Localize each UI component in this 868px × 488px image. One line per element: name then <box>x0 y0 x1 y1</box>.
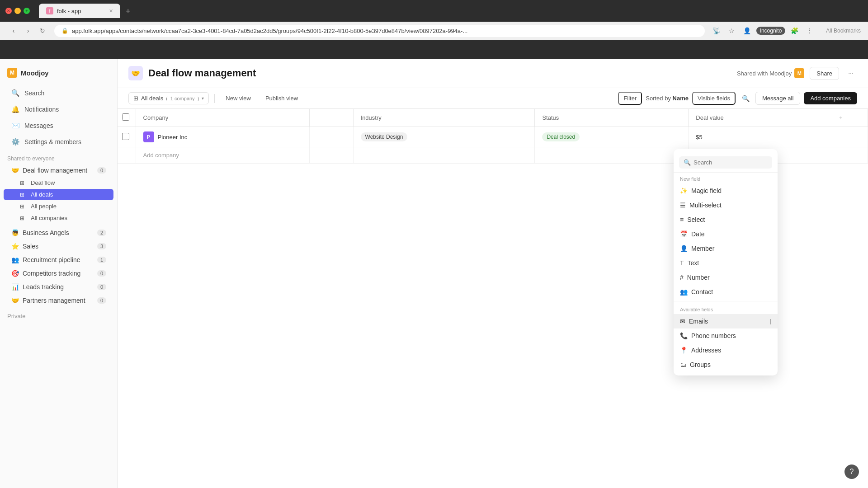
table-row: P Pioneer Inc Website Design Deal closed… <box>118 127 868 147</box>
group-badge-deal-flow-management: 0 <box>97 167 106 174</box>
add-companies-btn[interactable]: Add companies <box>804 92 857 104</box>
group-badge-business-angels: 2 <box>97 230 106 236</box>
group-item-deal-flow-management[interactable]: 🤝 Deal flow management 0 <box>4 164 113 177</box>
dropdown-item-number[interactable]: # Number <box>674 270 778 285</box>
view-grid-icon: ⊞ <box>133 95 138 102</box>
dropdown-item-contact[interactable]: 👥 Contact <box>674 285 778 299</box>
row-checkbox[interactable] <box>122 133 129 140</box>
th-company: Company <box>136 109 309 127</box>
dropdown-label-emails: Emails <box>689 318 708 325</box>
dropdown-label-addresses: Addresses <box>691 347 721 354</box>
reload-btn[interactable]: ↻ <box>36 24 49 37</box>
group-label-partners-management: Partners management <box>23 297 85 304</box>
group-item-partners-management[interactable]: 🤝 Partners management 0 <box>4 294 113 307</box>
shared-badge: Shared with Moodjoy M <box>737 68 804 78</box>
add-row-label[interactable]: Add company <box>136 147 309 164</box>
active-tab[interactable]: f folk - app ✕ <box>39 4 120 18</box>
star-icon: ⭐ <box>11 243 19 250</box>
nav-controls: ‹ › ↻ <box>7 24 49 37</box>
group-item-competitors-tracking[interactable]: 🎯 Competitors tracking 0 <box>4 267 113 280</box>
dropdown-search-input[interactable] <box>693 159 768 166</box>
mail-icon: ✉️ <box>11 122 20 130</box>
add-column-btn[interactable]: + <box>814 109 868 127</box>
sidebar-item-all-deals[interactable]: ⊞ All deals <box>4 189 113 200</box>
partners-icon: 🤝 <box>11 297 19 304</box>
url-bar[interactable]: 🔒 app.folk.app/apps/contacts/network/cca… <box>54 25 705 37</box>
message-all-btn[interactable]: Message all <box>755 92 800 105</box>
dropdown-item-member[interactable]: 👤 Member <box>674 241 778 256</box>
th-checkbox <box>118 109 136 127</box>
group-item-leads-tracking[interactable]: 📊 Leads tracking 0 <box>4 281 113 293</box>
new-tab-btn[interactable]: + <box>122 5 134 18</box>
filter-btn[interactable]: Filter <box>618 92 642 105</box>
app-logo: M <box>7 68 17 78</box>
group-item-recruitment-pipeline[interactable]: 👥 Recruitment pipeline 1 <box>4 253 113 266</box>
dropdown-item-magic-field[interactable]: ✨ Magic field <box>674 183 778 198</box>
tab-close-btn[interactable]: ✕ <box>109 8 113 14</box>
dropdown-item-multi-select[interactable]: ☰ Multi-select <box>674 198 778 212</box>
view-count: ( <box>166 96 168 101</box>
chart-icon: 📊 <box>11 283 19 291</box>
dropdown-item-select[interactable]: ≡ Select <box>674 212 778 227</box>
dropdown-item-date[interactable]: 📅 Date <box>674 227 778 241</box>
new-view-btn[interactable]: New view <box>220 93 256 104</box>
bookmarks-label: All Bookmarks <box>826 28 861 34</box>
search-icon: 🔍 <box>11 89 20 97</box>
toolbar-divider-1 <box>214 94 215 103</box>
cursor-indicator: | <box>770 318 771 324</box>
group-label-leads-tracking: Leads tracking <box>23 283 64 291</box>
grid-icon-3: ⊞ <box>20 203 27 210</box>
page-icon: 🤝 <box>128 66 143 80</box>
search-inner: 🔍 <box>679 156 772 169</box>
publish-view-btn[interactable]: Publish view <box>260 93 303 104</box>
more-options-icon[interactable]: ··· <box>844 67 857 80</box>
search-toggle-btn[interactable]: 🔍 <box>739 92 752 105</box>
sidebar-item-notifications[interactable]: 🔔 Notifications <box>4 102 113 117</box>
row-company-cell: P Pioneer Inc <box>136 127 309 147</box>
dropdown-item-text[interactable]: T Text <box>674 256 778 270</box>
share-button[interactable]: Share <box>810 67 839 80</box>
browser-actions: 📡 ☆ 👤 Incognito 🧩 ⋮ All Bookmarks <box>710 24 861 37</box>
text-icon: T <box>680 259 684 267</box>
row-status-cell: Deal closed <box>535 127 689 147</box>
dropdown-search-area: 🔍 <box>674 153 778 173</box>
group-item-business-angels[interactable]: 👼 Business Angels 2 <box>4 226 113 239</box>
more-options-btn[interactable]: ⋮ <box>803 24 816 37</box>
bookmark-btn[interactable]: ☆ <box>726 24 738 37</box>
sidebar-item-messages[interactable]: ✉️ Messages <box>4 118 113 133</box>
visible-fields-btn[interactable]: Visible fields <box>692 92 736 105</box>
dropdown-divider <box>674 301 778 301</box>
extensions-btn[interactable]: 🧩 <box>788 24 801 37</box>
dropdown-item-addresses[interactable]: 📍 Addresses <box>674 343 778 357</box>
group-item-sales[interactable]: ⭐ Sales 3 <box>4 240 113 253</box>
window-close-btn[interactable]: ✕ <box>5 8 12 14</box>
company-name[interactable]: Pioneer Inc <box>158 134 188 141</box>
available-fields-section-label: Available fields <box>674 303 778 314</box>
sidebar-item-all-people[interactable]: ⊞ All people <box>4 201 113 212</box>
dropdown-label-number: Number <box>687 274 710 281</box>
profile-btn[interactable]: 👤 <box>741 24 754 37</box>
select-all-checkbox[interactable] <box>122 113 129 121</box>
group-badge-sales: 3 <box>97 243 106 249</box>
dropdown-item-emails[interactable]: ✉ Emails | <box>674 314 778 328</box>
view-selector[interactable]: ⊞ All deals (1 company) ▾ <box>128 92 209 104</box>
sidebar-settings-label: Settings & members <box>24 138 81 145</box>
sub-item-label-deal-flow: Deal flow <box>31 179 55 186</box>
back-btn[interactable]: ‹ <box>7 24 20 37</box>
sidebar-item-search[interactable]: 🔍 Search <box>4 85 113 101</box>
dropdown-item-groups[interactable]: 🗂 Groups <box>674 357 778 372</box>
dropdown-item-phone-numbers[interactable]: 📞 Phone numbers <box>674 328 778 343</box>
cast-btn[interactable]: 📡 <box>710 24 723 37</box>
sidebar-item-all-companies[interactable]: ⊞ All companies <box>4 212 113 224</box>
help-btn[interactable]: ? <box>844 465 859 479</box>
sidebar-item-settings[interactable]: ⚙️ Settings & members <box>4 134 113 150</box>
dropdown-label-magic-field: Magic field <box>691 187 722 194</box>
header-actions: Shared with Moodjoy M Share ··· <box>737 67 857 80</box>
sidebar-item-deal-flow[interactable]: ⊞ Deal flow <box>4 177 113 188</box>
window-minimize-btn[interactable]: − <box>14 8 21 14</box>
forward-btn[interactable]: › <box>22 24 34 37</box>
new-field-section-label: New field <box>674 173 778 183</box>
th-industry: Industry <box>353 109 535 127</box>
window-maximize-btn[interactable]: + <box>24 8 30 14</box>
group-badge-leads-tracking: 0 <box>97 284 106 290</box>
